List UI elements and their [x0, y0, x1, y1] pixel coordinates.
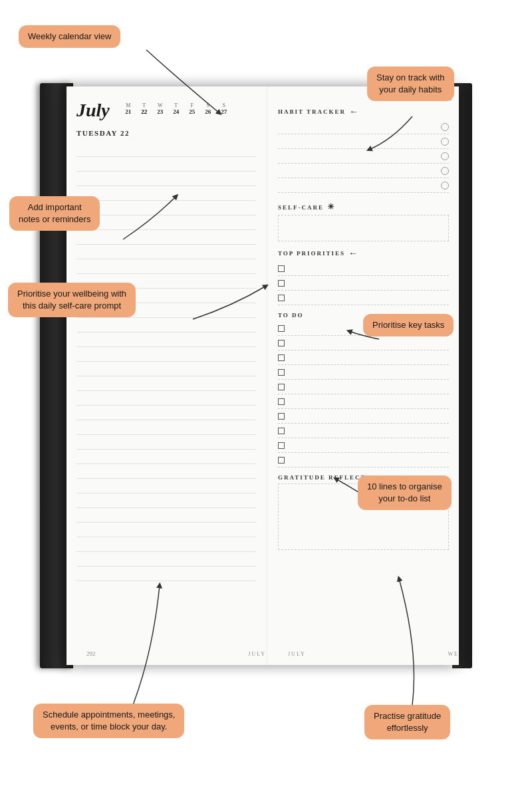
todo-line-5	[278, 380, 449, 394]
habit-tracker-header: HABIT TRACKER ←	[278, 106, 449, 117]
tooltip-notes: Add importantnotes or reminders	[9, 196, 100, 231]
schedule-line	[76, 259, 256, 274]
arrow-left-icon: ←	[348, 248, 359, 259]
priority-checkbox-1	[278, 265, 285, 272]
month-header: July M 21 T 22 W 23 T 24	[76, 100, 256, 121]
todo-line-2	[278, 336, 449, 350]
habit-circle-2	[441, 138, 449, 146]
day-col-w: W 23	[155, 102, 166, 115]
habit-line-1	[278, 120, 449, 134]
tooltip-daily-habits: Stay on track withyour daily habits	[367, 66, 454, 101]
todo-line-7	[278, 409, 449, 424]
todo-line-3	[278, 350, 449, 365]
schedule-line	[76, 142, 256, 157]
right-page: Wᴇ HABIT TRACKER ← SELF-CARE ☀ TOP PRIOR…	[268, 86, 459, 665]
schedule-line	[76, 362, 256, 376]
todo-checkbox-3	[278, 354, 285, 361]
schedule-line	[76, 523, 256, 537]
habit-line-3	[278, 149, 449, 164]
schedule-line	[76, 406, 256, 420]
self-care-header: SELF-CARE ☀	[278, 202, 449, 212]
schedule-line	[76, 450, 256, 464]
sun-icon: ☀	[327, 202, 336, 212]
todo-checkbox-5	[278, 384, 285, 390]
right-page-footer: JULY WE	[278, 651, 469, 657]
habit-circle-3	[441, 152, 449, 160]
day-col-t2: T 24	[171, 102, 182, 115]
habit-line-4	[278, 164, 449, 178]
schedule-line	[76, 552, 256, 567]
tooltip-key-tasks: Prioritise key tasks	[363, 314, 454, 336]
priority-line-2	[278, 276, 449, 291]
schedule-line	[76, 420, 256, 435]
schedule-line	[76, 245, 256, 259]
habit-line-2	[278, 134, 449, 149]
priority-line-3	[278, 291, 449, 305]
calendar-days: M 21 T 22 W 23 T 24 F 25	[123, 100, 229, 115]
schedule-line	[76, 479, 256, 493]
footer-left-label: JULY	[248, 651, 266, 657]
todo-checkbox-1	[278, 325, 285, 332]
schedule-line	[76, 464, 256, 479]
tooltip-todo: 10 lines to organiseyour to-do list	[358, 475, 452, 510]
schedule-line	[76, 172, 256, 186]
priority-line-1	[278, 261, 449, 276]
priority-checkbox-3	[278, 295, 285, 301]
todo-line-10	[278, 453, 449, 467]
todo-checkbox-6	[278, 398, 285, 405]
schedule-line	[76, 230, 256, 245]
schedule-line	[76, 347, 256, 362]
day-col-f: F 25	[187, 102, 198, 115]
schedule-area	[76, 142, 256, 581]
day-header: TUESDAY 22	[76, 129, 256, 137]
schedule-line	[76, 157, 256, 172]
self-care-box	[278, 215, 449, 241]
page-number: 292	[86, 650, 96, 657]
todo-line-4	[278, 365, 449, 380]
schedule-line	[76, 332, 256, 347]
month-name: July	[76, 100, 110, 121]
tooltip-schedule: Schedule appointments, meetings,events, …	[33, 704, 184, 738]
todo-checkbox-8	[278, 428, 285, 434]
habit-circle-5	[441, 182, 449, 190]
left-page-footer: 292 JULY	[76, 650, 276, 657]
schedule-line	[76, 567, 256, 581]
schedule-line	[76, 508, 256, 523]
day-col-t: T 22	[139, 102, 150, 115]
schedule-line	[76, 215, 256, 230]
footer-july-label: JULY	[288, 651, 306, 657]
todo-checkbox-4	[278, 369, 285, 376]
book-container: July M 21 T 22 W 23 T 24	[66, 86, 459, 665]
footer-we-label: WE	[448, 651, 459, 657]
day-col-s: S 26	[203, 102, 213, 115]
tooltip-self-care: Prioritise your wellbeing withthis daily…	[8, 283, 136, 317]
day-col-m: M 21	[123, 102, 134, 115]
todo-checkbox-7	[278, 413, 285, 420]
schedule-line	[76, 435, 256, 450]
habit-circle-4	[441, 167, 449, 175]
top-priorities-header: TOP PRIORITIES ←	[278, 248, 449, 259]
schedule-line	[76, 376, 256, 391]
arrow-icon: ←	[349, 106, 360, 117]
todo-checkbox-2	[278, 340, 285, 346]
schedule-line	[76, 391, 256, 406]
schedule-line	[76, 186, 256, 201]
todo-line-6	[278, 394, 449, 409]
schedule-line	[76, 537, 256, 552]
day-col-s2: S 27	[219, 102, 229, 115]
habit-circle-1	[441, 123, 449, 131]
schedule-line	[76, 318, 256, 332]
priority-checkbox-2	[278, 280, 285, 287]
habit-line-5	[278, 178, 449, 193]
tooltip-weekly-calendar: Weekly calendar view	[19, 25, 120, 48]
todo-line-8	[278, 424, 449, 438]
todo-line-9	[278, 438, 449, 453]
todo-checkbox-9	[278, 442, 285, 449]
tooltip-gratitude: Practise gratitudeeffortlessly	[364, 705, 450, 739]
left-page: July M 21 T 22 W 23 T 24	[66, 86, 266, 665]
schedule-line	[76, 493, 256, 508]
schedule-line	[76, 201, 256, 215]
todo-checkbox-10	[278, 457, 285, 464]
